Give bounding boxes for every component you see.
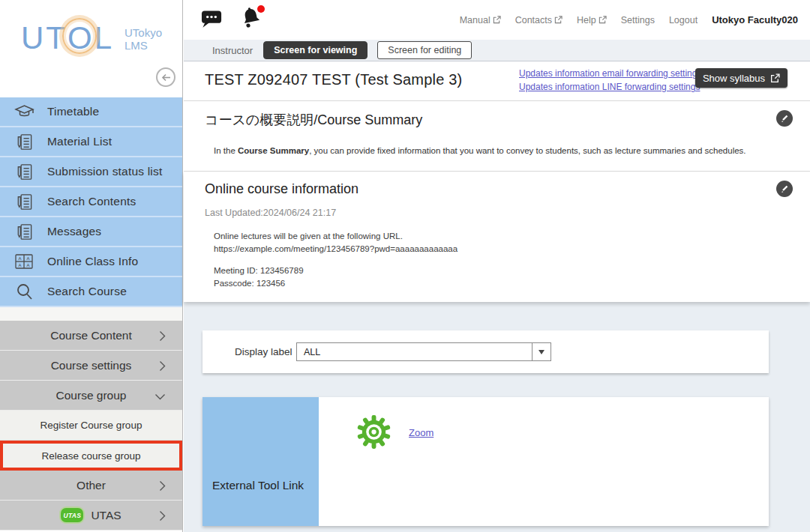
zoom-tool-link[interactable]: Zoom xyxy=(409,427,434,438)
sidebar-item-timetable[interactable]: Timetable xyxy=(0,97,182,127)
role-bar: Instructor Screen for viewing Screen for… xyxy=(184,40,810,61)
sidebar-item-online-class-info[interactable]: AAAA Online Class Info xyxy=(0,247,182,277)
display-label-select[interactable]: ALL xyxy=(296,342,551,361)
external-tool-category-label: External Tool Link xyxy=(212,479,304,492)
role-label: Instructor xyxy=(212,45,253,56)
class-grid-icon: AAAA xyxy=(13,253,35,270)
help-link[interactable]: Help xyxy=(577,15,607,25)
sidebar-item-label: Submission status list xyxy=(47,165,162,178)
sidebar-group-utas[interactable]: UTAS UTAS xyxy=(0,501,182,531)
last-updated: Last Updated:2024/06/24 21:17 xyxy=(205,208,336,218)
selected-label-value: ALL xyxy=(297,347,532,357)
sidebar-item-search-course[interactable]: Search Course xyxy=(0,277,182,307)
logo-area: UTOL UTokyo LMS xyxy=(0,0,182,97)
search-icon xyxy=(13,282,35,301)
show-syllabus-button[interactable]: Show syllabus xyxy=(695,68,788,88)
sidebar-group-course-settings[interactable]: Course settings xyxy=(0,351,182,381)
display-label-text: Display label xyxy=(235,346,292,357)
updates-links: Updates information email forwarding set… xyxy=(519,68,701,92)
logo-tagline: UTokyo LMS xyxy=(124,26,162,52)
chevron-down-icon xyxy=(154,393,166,400)
document-pen-icon xyxy=(13,133,35,151)
chevron-right-icon xyxy=(159,360,166,372)
sidebar: UTOL UTokyo LMS Timetable Mat xyxy=(0,0,183,532)
sidebar-item-label: Timetable xyxy=(47,105,99,118)
utol-logo: UTOL UTokyo LMS xyxy=(21,22,162,54)
logout-link[interactable]: Logout xyxy=(669,15,698,25)
pencil-icon xyxy=(780,114,789,123)
sidebar-group-course-content[interactable]: Course Content xyxy=(0,321,182,351)
chat-bubble-icon[interactable] xyxy=(201,10,223,29)
external-tool-card: External Tool Link xyxy=(202,397,769,526)
sidebar-group-course-group[interactable]: Course group xyxy=(0,381,182,411)
svg-text:A: A xyxy=(19,263,22,267)
contacts-link[interactable]: Contacts xyxy=(515,15,562,25)
course-title: TEST Z092407 TEST (Test Sample 3) xyxy=(205,71,462,88)
meeting-id: Meeting ID: 123456789 xyxy=(214,265,458,277)
external-link-icon xyxy=(493,16,501,24)
sidebar-item-register-course-group[interactable]: Register Course group xyxy=(0,411,182,441)
gear-icon xyxy=(356,414,392,450)
sidebar-item-submission-status[interactable]: Submission status list xyxy=(0,157,182,187)
utol-lms-page: UTOL UTokyo LMS Timetable Mat xyxy=(0,0,810,532)
edit-online-info-button[interactable] xyxy=(776,181,793,197)
sidebar-item-label: Material List xyxy=(47,135,112,148)
user-name: Utokyo Faculty020 xyxy=(712,14,798,25)
notification-badge xyxy=(257,5,265,13)
sidebar-item-label: Search Course xyxy=(47,285,127,298)
notification-bell-icon[interactable] xyxy=(239,6,263,30)
sidebar-item-label: Search Contents xyxy=(47,195,136,208)
course-summary-heading: コースの概要説明/Course Summary xyxy=(205,111,422,129)
sidebar-group-other[interactable]: Other xyxy=(0,471,182,501)
meeting-url: https://example.com/meeting/123456789?pw… xyxy=(214,243,458,256)
sidebar-item-material-list[interactable]: Material List xyxy=(0,127,182,157)
sidebar-item-label: Messages xyxy=(47,225,101,238)
course-summary-description: In the Course Summary, you can provide f… xyxy=(214,146,746,155)
line-forwarding-settings-link[interactable]: Updates information LINE forwarding sett… xyxy=(519,82,701,92)
course-header: TEST Z092407 TEST (Test Sample 3) Update… xyxy=(184,61,810,101)
chevron-right-icon xyxy=(159,330,166,342)
manual-link[interactable]: Manual xyxy=(460,15,501,25)
caret-down-icon xyxy=(538,350,544,354)
external-tool-category-panel: External Tool Link xyxy=(202,397,319,526)
online-course-info-heading: Online course information xyxy=(205,181,358,197)
graduation-cap-icon xyxy=(13,103,35,120)
logo-text: UT xyxy=(21,20,68,55)
logo-o-rings: O xyxy=(68,22,94,54)
online-course-info-section: Online course information Last Updated:2… xyxy=(184,172,810,302)
external-link-icon xyxy=(770,73,780,83)
document-pen-icon xyxy=(13,223,35,241)
svg-text:A: A xyxy=(19,256,22,261)
sidebar-item-messages[interactable]: Messages xyxy=(0,217,182,247)
chevron-right-icon xyxy=(159,510,166,522)
sidebar-spacer xyxy=(0,307,182,321)
tab-screen-for-editing[interactable]: Screen for editing xyxy=(377,41,472,59)
sidebar-item-label: Online Class Info xyxy=(47,255,138,268)
sidebar-item-search-contents[interactable]: Search Contents xyxy=(0,187,182,217)
top-menu: Manual Contacts Help Settings Logout Uto… xyxy=(460,0,798,40)
display-label-panel: Display label ALL xyxy=(202,330,769,373)
top-bar: Manual Contacts Help Settings Logout Uto… xyxy=(184,0,810,40)
document-pen-icon xyxy=(13,193,35,211)
main-content: Manual Contacts Help Settings Logout Uto… xyxy=(184,0,810,532)
passcode: Passcode: 123456 xyxy=(214,277,458,290)
sidebar-collapse-button[interactable] xyxy=(156,67,176,87)
sidebar-item-release-course-group[interactable]: Release course group xyxy=(0,441,182,471)
external-link-icon xyxy=(554,16,562,24)
utas-logo-icon: UTAS xyxy=(61,508,83,522)
pencil-icon xyxy=(780,184,789,193)
tab-screen-for-viewing[interactable]: Screen for viewing xyxy=(263,41,368,59)
online-info-line: Online lectures will be given at the fol… xyxy=(214,230,458,243)
document-pen-icon xyxy=(13,163,35,181)
arrow-left-icon xyxy=(161,73,171,82)
svg-text:A: A xyxy=(27,263,30,267)
course-summary-section: コースの概要説明/Course Summary In the Course Su… xyxy=(184,101,810,172)
select-arrow-button[interactable] xyxy=(532,343,550,360)
email-forwarding-settings-link[interactable]: Updates information email forwarding set… xyxy=(519,68,701,79)
edit-summary-button[interactable] xyxy=(776,110,793,127)
settings-link[interactable]: Settings xyxy=(621,15,655,25)
chevron-right-icon xyxy=(159,480,166,492)
svg-text:A: A xyxy=(27,256,30,261)
online-course-info-body: Online lectures will be given at the fol… xyxy=(214,230,458,290)
external-link-icon xyxy=(598,16,607,24)
